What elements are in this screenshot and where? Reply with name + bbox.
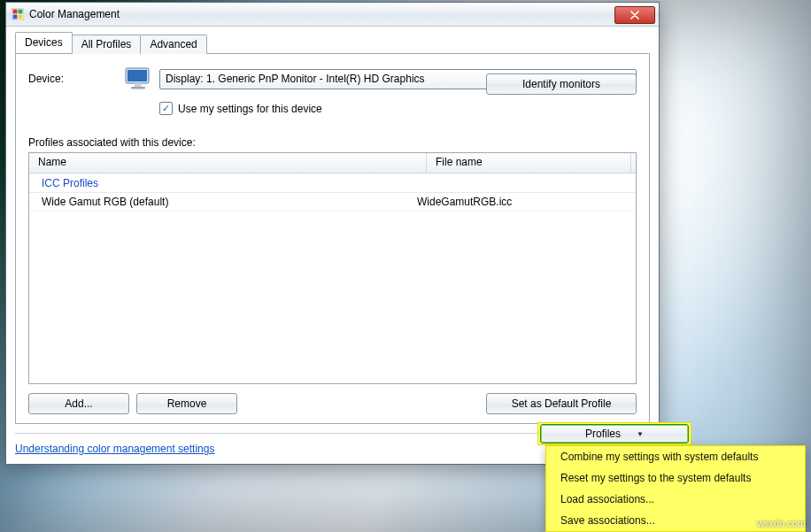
set-default-profile-button[interactable]: Set as Default Profile [486,393,637,414]
column-file[interactable]: File name [427,153,631,173]
client-area: Devices All Profiles Advanced Device: Di… [6,27,659,464]
menu-combine-settings[interactable]: Combine my settings with system defaults [546,446,805,467]
use-my-settings-checkbox[interactable]: ✓ Use my settings for this device [159,102,637,115]
tab-advanced[interactable]: Advanced [140,35,206,54]
checkbox-checked-icon: ✓ [159,102,173,115]
profiles-body: ICC Profiles Wide Gamut RGB (default) Wi… [29,173,636,383]
menu-load-associations[interactable]: Load associations... [546,489,805,510]
titlebar: Color Management [6,3,659,27]
window-title: Color Management [29,8,614,20]
add-button[interactable]: Add... [28,393,129,414]
profile-file: WideGamutRGB.icc [417,196,636,208]
profiles-group[interactable]: ICC Profiles [29,173,636,193]
svg-rect-2 [19,10,23,14]
table-row[interactable]: Wide Gamut RGB (default) WideGamutRGB.ic… [29,193,636,212]
help-link[interactable]: Understanding color management settings [15,443,214,455]
profiles-dropdown-button[interactable]: Profiles ▼ [540,424,689,443]
tab-all-profiles[interactable]: All Profiles [72,35,142,54]
use-my-settings-label: Use my settings for this device [178,103,322,115]
svg-rect-3 [13,15,18,19]
svg-rect-1 [13,10,18,14]
profiles-header: Name File name [29,153,636,173]
tabstrip: Devices All Profiles Advanced [15,34,650,53]
profile-name: Wide Gamut RGB (default) [42,196,417,208]
identify-monitors-button[interactable]: Identify monitors [486,73,637,95]
profiles-button-highlight: Profiles ▼ [537,422,691,445]
tab-devices[interactable]: Devices [15,32,73,53]
column-name[interactable]: Name [29,153,427,173]
app-icon [12,8,24,20]
profiles-heading: Profiles associated with this device: [28,136,637,149]
color-management-dialog: Color Management Devices All Profiles Ad… [5,2,660,465]
watermark: wsxdn.com [757,518,806,528]
tabpanel-devices: Device: Display: 1. Generic PnP Monitor … [15,53,650,424]
column-spacer [631,153,649,173]
remove-button[interactable]: Remove [136,393,237,414]
svg-rect-4 [19,15,23,19]
panel-buttons: Add... Remove Set as Default Profile [28,393,637,414]
profiles-button-label: Profiles [585,428,621,440]
chevron-down-icon: ▼ [637,430,644,438]
window-close-button[interactable] [614,6,655,24]
menu-reset-settings[interactable]: Reset my settings to the system defaults [546,467,805,489]
profiles-listview[interactable]: Name File name ICC Profiles Wide Gamut R… [28,152,637,384]
